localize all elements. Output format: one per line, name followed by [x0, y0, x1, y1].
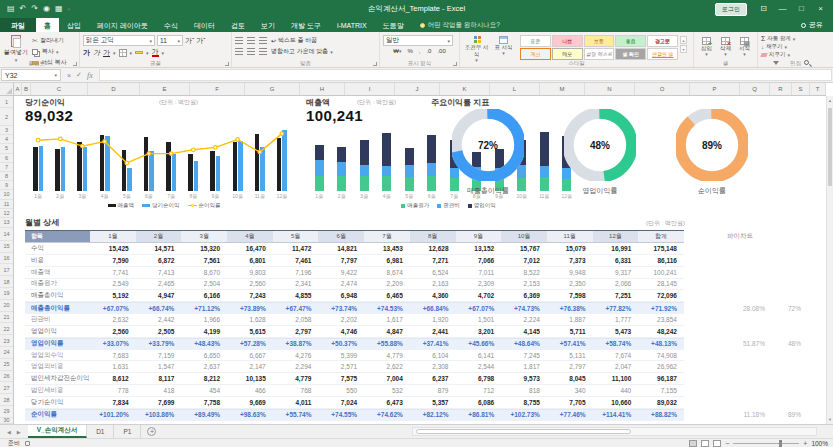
cell[interactable]: 5,473 [593, 326, 639, 337]
cell[interactable]: 8,117 [136, 373, 182, 384]
cell[interactable]: 2,637 [181, 361, 227, 372]
row-header-24[interactable]: 24 [0, 347, 13, 359]
row-label[interactable]: 법인세비용 [25, 385, 90, 396]
row-label[interactable]: 판관비 [25, 314, 90, 325]
cell[interactable]: 2,294 [273, 361, 319, 372]
cell[interactable]: 2,224 [501, 314, 547, 325]
row-header-26[interactable]: 26 [0, 371, 13, 383]
row-label[interactable]: 매출총이익률 [25, 303, 90, 313]
cell[interactable]: 4,855 [273, 290, 319, 301]
zoom-slider-thumb[interactable] [779, 440, 782, 447]
row-header-30[interactable]: 30 [0, 418, 13, 424]
cell[interactable]: 2,153 [501, 279, 547, 290]
table-col-8월[interactable]: 8월 [410, 231, 456, 242]
cell[interactable]: +71.12% [181, 303, 227, 313]
scroll-up-icon[interactable]: ▲ [827, 98, 833, 103]
cell[interactable]: 9,803 [227, 267, 273, 278]
cell[interactable]: 768 [273, 385, 319, 396]
cut-button[interactable]: ✂잘라내기 [32, 36, 67, 45]
column-header-K[interactable]: K [440, 83, 490, 95]
cell[interactable]: 6,981 [364, 255, 410, 266]
cells-서식-button[interactable]: ▦서식▾ [735, 36, 754, 58]
row-label[interactable]: 수익 [25, 243, 90, 254]
copy-button[interactable]: 복사▾ [32, 47, 67, 56]
cell[interactable]: 1,501 [456, 314, 502, 325]
cell[interactable]: 6,369 [501, 290, 547, 301]
ribbon-tab-페이지 레이아웃[interactable]: 페이지 레이아웃 [89, 18, 156, 32]
cell[interactable]: 6,667 [227, 350, 273, 361]
net-income-chart[interactable]: 당기순이익 (단위 : 백만원) 89,032 1월2월3월4월5월6월7월8월… [25, 97, 303, 217]
ribbon-display-options-icon[interactable]: ⊡ [755, 2, 772, 16]
align-left-icon[interactable] [235, 48, 243, 55]
cell[interactable]: +57.41% [547, 339, 593, 349]
cell[interactable]: +86.81% [456, 410, 502, 420]
cell[interactable]: +76.38% [547, 303, 593, 313]
row-label[interactable]: 매출총이익 [25, 290, 90, 301]
ribbon-tab-삽입[interactable]: 삽입 [59, 18, 89, 32]
cell[interactable]: 26,962 [638, 361, 684, 372]
new-sheet-button[interactable]: + [141, 425, 162, 438]
cell[interactable]: 7,598 [547, 290, 593, 301]
cell[interactable]: 1,631 [90, 361, 136, 372]
cell[interactable]: +89.49% [181, 410, 227, 420]
cell[interactable]: 7,834 [90, 397, 136, 408]
underline-icon[interactable]: 가 [103, 49, 110, 56]
normal-view-icon[interactable] [689, 440, 697, 447]
zoom-out-icon[interactable]: − [725, 440, 729, 447]
cell[interactable]: 6,237 [410, 373, 456, 384]
cell[interactable]: 1,966 [181, 314, 227, 325]
editing-지우기-button[interactable]: 지우기▾ [761, 51, 795, 58]
cell[interactable]: 15,425 [90, 243, 136, 254]
cell[interactable]: 4,360 [410, 290, 456, 301]
cell[interactable]: +74.55% [318, 410, 364, 420]
cancel-formula-icon[interactable]: × [67, 72, 71, 79]
cell-style-경고문[interactable]: 경고문 [647, 35, 678, 47]
ribbon-tab-i-MATRIX[interactable]: i-MATRIX [329, 18, 375, 32]
cell[interactable]: 2,309 [456, 279, 502, 290]
sheet-prev-icon[interactable]: ◀ [7, 429, 11, 435]
cell[interactable]: 2,058 [273, 314, 319, 325]
cell[interactable]: +37.41% [410, 339, 456, 349]
vertical-scroll-thumb[interactable] [828, 108, 832, 186]
table-col-10월[interactable]: 10월 [501, 231, 547, 242]
cell[interactable]: +48.13% [638, 339, 684, 349]
align-right-icon[interactable] [259, 48, 267, 55]
cell[interactable]: 2,797 [547, 361, 593, 372]
cell[interactable]: 7,699 [136, 397, 182, 408]
row-header-17[interactable]: 17 [0, 264, 13, 276]
cell[interactable]: 28,145 [638, 279, 684, 290]
cell[interactable]: 8,522 [501, 267, 547, 278]
bold-icon[interactable]: 가 [83, 49, 90, 56]
fill-color-icon[interactable] [135, 51, 143, 54]
comma-format-icon[interactable]: , [419, 48, 421, 54]
cell[interactable]: +74.53% [364, 303, 410, 313]
cell[interactable]: 7,413 [136, 267, 182, 278]
cell[interactable]: +101.20% [90, 410, 136, 420]
cell[interactable]: 16,470 [227, 243, 273, 254]
cell-style-좋음[interactable]: 좋음 [615, 35, 646, 47]
row-header-21[interactable]: 21 [0, 312, 13, 324]
scroll-down-icon[interactable]: ▼ [827, 417, 833, 422]
cell[interactable]: 6,948 [318, 290, 364, 301]
column-header-J[interactable]: J [395, 83, 440, 95]
cell[interactable]: 7,461 [273, 255, 319, 266]
column-header-L[interactable]: L [490, 83, 540, 95]
table-col-5월[interactable]: 5월 [273, 231, 319, 242]
cell[interactable]: 6,801 [227, 255, 273, 266]
cell[interactable]: 14,821 [318, 243, 364, 254]
column-header-I[interactable]: I [345, 83, 395, 95]
cell-style-셀 확인[interactable]: 셀 확인 [615, 48, 646, 60]
select-all-corner[interactable] [0, 83, 14, 96]
cell[interactable]: 1,617 [364, 314, 410, 325]
cell[interactable]: 7,797 [318, 255, 364, 266]
align-bottom-icon[interactable] [259, 37, 267, 44]
cell[interactable]: 9,573 [501, 373, 547, 384]
zoom-in-icon[interactable]: + [803, 440, 807, 447]
cell[interactable]: 7,705 [547, 397, 593, 408]
cell[interactable]: +67.07% [456, 303, 502, 313]
cell[interactable]: 7,561 [181, 255, 227, 266]
cell[interactable]: 2,308 [410, 361, 456, 372]
column-header-P[interactable]: P [690, 83, 740, 95]
cell[interactable]: 4,199 [181, 326, 227, 337]
cell[interactable]: 8,670 [181, 267, 227, 278]
